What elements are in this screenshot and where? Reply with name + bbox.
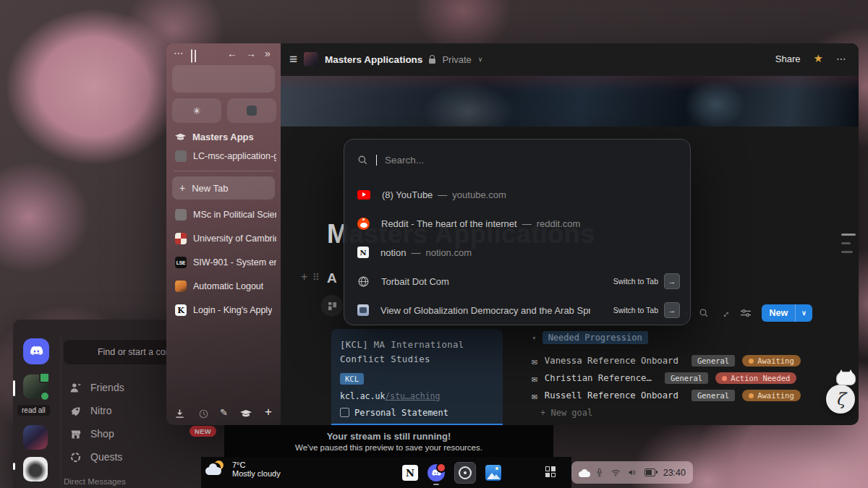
new-goal-button[interactable]: + New goal xyxy=(540,408,592,418)
todo-checkbox[interactable] xyxy=(340,408,349,417)
goal-tag[interactable]: General xyxy=(692,355,735,367)
graduation-cap-icon[interactable] xyxy=(240,409,252,419)
discord-menu-nitro[interactable]: Nitro xyxy=(69,402,112,419)
server-avatar[interactable] xyxy=(23,425,48,450)
taskbar-notion-button[interactable]: N xyxy=(402,465,418,481)
sidebar-toggle-icon[interactable] xyxy=(191,49,192,63)
goal-status[interactable]: Awaiting xyxy=(742,390,801,401)
expand-icon[interactable]: ↔ xyxy=(718,305,733,320)
pen-icon[interactable]: ✎ xyxy=(220,407,228,418)
result-separator: — xyxy=(438,189,447,200)
favorite-star-icon[interactable]: ★ xyxy=(814,52,823,65)
kings-college-icon: K xyxy=(175,304,187,316)
tray-clock[interactable]: 23:40 xyxy=(663,468,686,478)
taskbar-photos-button[interactable] xyxy=(485,465,501,481)
kanban-card-kcl[interactable]: [KCL] MA International Conflict Studies … xyxy=(331,329,503,425)
taskbar-discord-button[interactable] xyxy=(427,464,445,481)
input-indicator-icon[interactable] xyxy=(545,466,556,477)
taskbar-webcam-button[interactable] xyxy=(454,462,476,484)
page-icon[interactable] xyxy=(304,52,318,67)
discord-logo-icon xyxy=(29,346,43,357)
goal-row[interactable]: ✉ Christian Reference… General Action Ne… xyxy=(532,372,815,385)
goal-row[interactable]: ✉ Vanessa Reference Onboard General Awai… xyxy=(532,354,815,367)
url-bar[interactable] xyxy=(172,65,275,93)
search-result-youtube[interactable]: (8) YouTube—youtube.com xyxy=(344,181,690,207)
direct-messages-header[interactable]: Direct Messages xyxy=(64,477,126,486)
search-result-reddit[interactable]: Reddit - The heart of the internet—reddi… xyxy=(344,210,690,236)
discord-menu-friends[interactable]: Friends xyxy=(69,379,124,396)
tab-automatic-logout[interactable]: Automatic Logout xyxy=(175,281,276,292)
pinned-tab[interactable]: LC-msc-application-guide.p xyxy=(175,150,276,162)
goal-row[interactable]: ✉ Russell Reference Onboard General Awai… xyxy=(532,389,815,402)
board-view-tab[interactable] xyxy=(321,295,343,317)
wifi-icon[interactable] xyxy=(611,468,621,477)
page-cover-image[interactable] xyxy=(281,76,859,127)
card-title: [KCL] MA International Conflict Studies xyxy=(340,338,494,367)
tab-kings-apply[interactable]: K Login - King's Apply xyxy=(175,304,276,316)
youtube-icon xyxy=(357,190,370,200)
notion-menu-icon[interactable]: ≡ xyxy=(289,52,297,67)
downloads-icon[interactable] xyxy=(174,408,186,420)
discord-menu-quests[interactable]: Quests xyxy=(69,448,122,466)
add-block-icon[interactable]: + xyxy=(301,270,307,283)
workspace-header[interactable]: Masters Apps xyxy=(175,132,276,142)
result-separator: — xyxy=(522,218,532,229)
search-placeholder: Search... xyxy=(385,155,424,166)
privacy-label[interactable]: Private xyxy=(442,54,471,65)
new-record-button[interactable]: New ∨ xyxy=(762,304,812,322)
new-workspace-icon[interactable]: + xyxy=(265,405,272,419)
discord-home-button[interactable] xyxy=(23,338,49,364)
drag-handle-icon[interactable]: ⠿ xyxy=(312,272,320,283)
read-all-badge[interactable]: read all xyxy=(17,405,50,416)
discord-menu-shop[interactable]: Shop xyxy=(69,425,114,442)
switch-to-tab-button[interactable]: → xyxy=(664,302,680,318)
history-icon[interactable] xyxy=(198,408,209,419)
page-outline-indicator[interactable] xyxy=(841,234,857,253)
desktop: read all Find or start a conver Friends … xyxy=(0,0,868,488)
card-link-rest[interactable]: /stu…aching xyxy=(385,391,440,401)
card-link[interactable]: kcl.ac.uk xyxy=(340,391,385,401)
forward-icon[interactable]: → xyxy=(246,48,256,59)
search-icon[interactable] xyxy=(699,308,709,318)
tab-cambridge[interactable]: University of Cambridge: A xyxy=(175,233,276,244)
chevron-down-icon[interactable]: ∨ xyxy=(478,56,483,63)
search-result-notion[interactable]: N notion—notion.com xyxy=(344,239,690,265)
storefront-icon xyxy=(69,428,82,440)
discord-rail-divider xyxy=(61,334,61,488)
goals-header[interactable]: Needed Progression xyxy=(542,331,648,344)
search-input[interactable]: Search... xyxy=(357,150,424,170)
new-button-chevron-icon[interactable]: ∨ xyxy=(796,306,812,320)
more-options-icon[interactable]: ⋯ xyxy=(836,53,847,64)
back-icon[interactable]: ← xyxy=(227,48,237,59)
weather-widget[interactable]: 7°C Mostly cloudy xyxy=(205,461,281,478)
sidebar-more-icon[interactable]: ⋯ xyxy=(174,47,184,59)
new-tab-button[interactable]: + New Tab xyxy=(172,176,275,200)
switch-to-tab-label: Switch to Tab xyxy=(613,277,658,286)
goal-status[interactable]: Awaiting xyxy=(742,355,801,367)
server-avatar[interactable] xyxy=(23,457,48,481)
onedrive-icon[interactable] xyxy=(579,469,588,476)
tab-lse-system-error[interactable]: LSE SIW-901 - System error xyxy=(175,257,276,268)
taskbar-windows-button[interactable] xyxy=(378,466,393,481)
battery-icon[interactable] xyxy=(644,468,655,476)
filter-sliders-icon[interactable] xyxy=(741,309,751,317)
share-button[interactable]: Share xyxy=(775,53,801,64)
server-avatar[interactable] xyxy=(23,374,48,399)
pinned-app-chatgpt[interactable]: ✳ xyxy=(172,98,221,123)
pinned-app-tile[interactable] xyxy=(227,98,276,123)
goal-tag[interactable]: General xyxy=(692,390,735,401)
microphone-icon[interactable] xyxy=(596,467,603,478)
tab-msc-political-science[interactable]: MSc in Political Science (Co xyxy=(175,209,276,221)
goal-tag[interactable]: General xyxy=(665,372,708,384)
toggle-triangle-icon[interactable]: ▾ xyxy=(532,333,537,343)
goal-status[interactable]: Action Needed xyxy=(715,372,796,384)
search-result-torbait[interactable]: Torbait Dot Com Switch to Tab→ xyxy=(344,268,690,294)
lock-icon xyxy=(429,59,435,64)
switch-to-tab-button[interactable]: → xyxy=(664,273,680,289)
file-icon xyxy=(175,150,187,162)
volume-icon[interactable] xyxy=(628,468,637,477)
expand-tabs-icon[interactable]: » xyxy=(265,48,271,59)
breadcrumb-page-title[interactable]: Masters Applications xyxy=(325,54,422,65)
mouse-cursor: ζ xyxy=(826,385,855,414)
search-result-globalization[interactable]: View of Globalization Democracy and the … xyxy=(344,297,690,323)
